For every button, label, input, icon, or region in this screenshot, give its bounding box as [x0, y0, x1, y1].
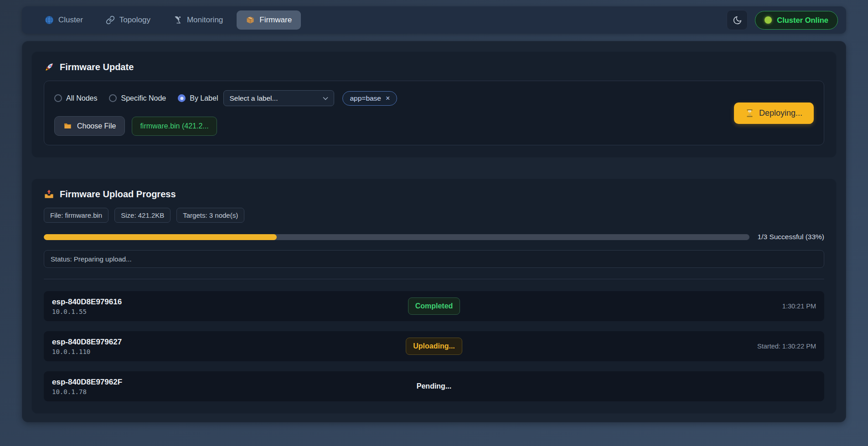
- tab-topology[interactable]: Topology: [97, 10, 160, 30]
- selected-file-badge: firmware.bin (421.2...: [132, 117, 217, 136]
- cluster-status-label: Cluster Online: [777, 16, 828, 25]
- radio-label: Specific Node: [121, 94, 166, 103]
- folder-icon: [63, 122, 72, 130]
- radio-circle[interactable]: [54, 94, 62, 102]
- radio-label: All Nodes: [66, 94, 97, 103]
- link-icon: [106, 15, 115, 25]
- file-name-badge: File: firmware.bin: [44, 208, 108, 223]
- cluster-status-badge: Cluster Online: [755, 11, 838, 30]
- label-select[interactable]: Select a label...: [223, 90, 334, 106]
- status-badge: Completed: [408, 297, 460, 315]
- nav-actions: Cluster Online: [727, 10, 838, 30]
- main-content: Firmware Update All Nodes Specific Node: [22, 41, 846, 422]
- file-size-badge: Size: 421.2KB: [114, 208, 170, 223]
- moon-icon: [733, 15, 742, 25]
- node-info: esp-840D8E97962F 10.0.1.78: [52, 377, 416, 395]
- node-ip: 10.0.1.110: [52, 348, 406, 355]
- node-name: esp-840D8E979627: [52, 337, 406, 347]
- tab-label: Cluster: [58, 15, 83, 25]
- firmware-update-title: Firmware Update: [44, 62, 824, 72]
- tag-close-icon[interactable]: ×: [386, 95, 390, 102]
- package-icon: [246, 15, 255, 25]
- upload-progress-title: Firmware Upload Progress: [44, 189, 824, 200]
- node-row: esp-840D8E979627 10.0.1.110 Uploading...…: [44, 331, 824, 361]
- label-tag: app=base ×: [342, 91, 397, 106]
- progress-bar: [44, 234, 749, 240]
- label-tag-text: app=base: [350, 94, 381, 103]
- upload-progress-card: Firmware Upload Progress File: firmware.…: [31, 179, 837, 414]
- target-select-row: All Nodes Specific Node By Label Select …: [54, 90, 397, 106]
- upload-info-badges: File: firmware.bin Size: 421.2KB Targets…: [44, 208, 824, 223]
- deploy-form-left: All Nodes Specific Node By Label Select …: [54, 90, 397, 136]
- tab-firmware[interactable]: Firmware: [237, 10, 301, 30]
- hourglass-icon: [745, 109, 754, 118]
- tab-monitoring[interactable]: Monitoring: [164, 10, 232, 30]
- status-dot-icon: [765, 16, 772, 24]
- tab-cluster[interactable]: Cluster: [36, 10, 92, 30]
- node-ip: 10.0.1.78: [52, 388, 416, 395]
- node-info: esp-840D8E979616 10.0.1.55: [52, 297, 408, 315]
- node-status: Uploading...: [406, 338, 462, 355]
- node-row: esp-840D8E979616 10.0.1.55 Completed 1:3…: [44, 291, 824, 321]
- globe-icon: [45, 15, 54, 25]
- status-badge: Pending...: [416, 378, 452, 395]
- card-title-text: Firmware Upload Progress: [60, 189, 176, 200]
- deploy-form-panel: All Nodes Specific Node By Label Select …: [44, 81, 824, 145]
- node-info: esp-840D8E979627 10.0.1.110: [52, 337, 406, 355]
- node-timestamp: Started: 1:30:22 PM: [462, 343, 816, 350]
- radio-label: By Label: [190, 94, 218, 103]
- node-status: Pending...: [416, 378, 452, 395]
- node-ip: 10.0.1.55: [52, 308, 408, 315]
- label-select-placeholder: Select a label...: [229, 94, 278, 103]
- node-status: Completed: [408, 297, 460, 315]
- navbar: Cluster Topology Monitoring Firmware: [22, 6, 846, 34]
- rocket-icon: [44, 62, 54, 72]
- choose-file-label: Choose File: [77, 122, 116, 130]
- node-list: esp-840D8E979616 10.0.1.55 Completed 1:3…: [44, 279, 824, 401]
- tab-label: Firmware: [259, 15, 292, 25]
- targets-badge: Targets: 3 node(s): [176, 208, 244, 223]
- status-badge: Uploading...: [406, 338, 462, 355]
- node-row: esp-840D8E97962F 10.0.1.78 Pending...: [44, 371, 824, 401]
- radio-by-label[interactable]: By Label: [178, 94, 218, 103]
- deploy-button-label: Deploying...: [759, 108, 802, 118]
- choose-file-button[interactable]: Choose File: [54, 116, 125, 136]
- satellite-icon: [173, 15, 182, 25]
- radio-circle[interactable]: [109, 94, 117, 102]
- firmware-update-card: Firmware Update All Nodes Specific Node: [31, 51, 837, 158]
- node-name: esp-840D8E97962F: [52, 377, 416, 387]
- deploy-button[interactable]: Deploying...: [734, 103, 814, 124]
- radio-all-nodes[interactable]: All Nodes: [54, 94, 97, 103]
- theme-toggle-button[interactable]: [727, 10, 748, 30]
- radio-specific-node[interactable]: Specific Node: [109, 94, 166, 103]
- page: Cluster Topology Monitoring Firmware: [0, 0, 868, 446]
- card-title-text: Firmware Update: [60, 62, 134, 72]
- status-box: Status: Preparing upload...: [44, 250, 824, 268]
- progress-row: 1/3 Successful (33%): [44, 233, 824, 241]
- outbox-icon: [44, 189, 54, 200]
- nav-tabs: Cluster Topology Monitoring Firmware: [36, 10, 301, 30]
- radio-circle[interactable]: [178, 94, 186, 102]
- tab-label: Topology: [119, 15, 150, 25]
- progress-label: 1/3 Successful (33%): [758, 233, 824, 241]
- file-row: Choose File firmware.bin (421.2...: [54, 116, 397, 136]
- tab-label: Monitoring: [187, 15, 223, 25]
- node-name: esp-840D8E979616: [52, 297, 408, 307]
- progress-fill: [44, 234, 277, 240]
- chevron-down-icon: [323, 97, 328, 100]
- node-timestamp: 1:30:21 PM: [460, 302, 816, 310]
